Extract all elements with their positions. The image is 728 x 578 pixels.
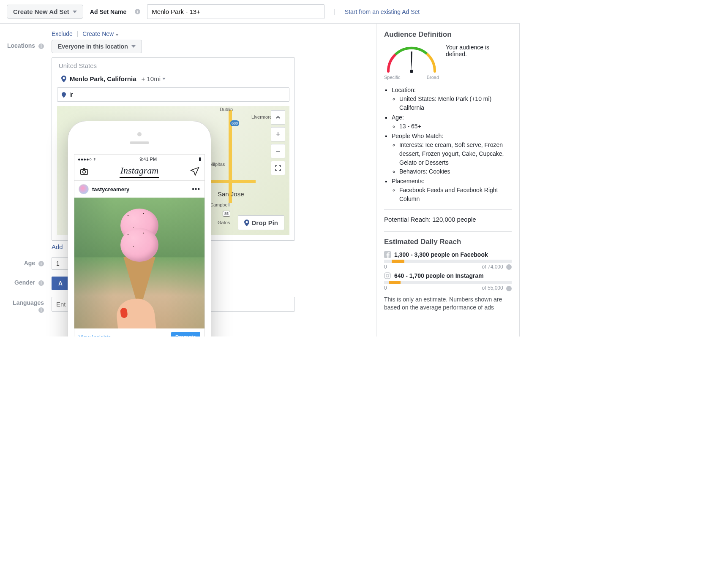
locations-label: Locations xyxy=(7,42,35,49)
more-options-icon[interactable]: ••• xyxy=(192,185,200,193)
age-label: Age xyxy=(24,260,35,266)
audience-definition-title: Audience Definition xyxy=(384,30,512,39)
avatar[interactable] xyxy=(79,184,89,194)
view-insights-link[interactable]: View Insights xyxy=(79,334,111,336)
chevron-down-icon xyxy=(73,11,77,13)
location-scope-dropdown[interactable]: Everyone in this location xyxy=(52,40,142,53)
exclude-link[interactable]: Exclude xyxy=(52,30,73,37)
location-radius-dropdown[interactable]: + 10mi xyxy=(142,75,166,82)
map-pin-icon xyxy=(62,92,66,98)
info-icon[interactable]: i xyxy=(38,43,44,49)
map-pan-up-button[interactable] xyxy=(271,110,285,125)
audience-gauge xyxy=(384,44,439,74)
info-icon[interactable]: i xyxy=(38,261,44,266)
info-icon[interactable]: i xyxy=(38,280,44,286)
daily-reach-title: Estimated Daily Reach xyxy=(384,238,512,246)
info-icon[interactable]: i xyxy=(506,264,512,270)
potential-reach: Potential Reach: 120,000 people xyxy=(384,216,512,223)
location-search-input[interactable]: Ir xyxy=(57,87,289,102)
svg-point-3 xyxy=(386,274,389,277)
gender-all-button[interactable]: A xyxy=(52,277,69,290)
map-zoom-out-button[interactable]: − xyxy=(271,144,285,158)
add-locations-link[interactable]: Add xyxy=(52,243,63,250)
create-ad-set-dropdown[interactable]: Create New Ad Set xyxy=(7,5,83,19)
instagram-reach: 640 - 1,700 people on Instagram 0of 55,0… xyxy=(384,272,512,291)
ad-set-name-label: Ad Set Name xyxy=(90,8,126,15)
location-country: United States xyxy=(52,58,294,73)
chevron-down-icon xyxy=(131,45,136,48)
info-icon[interactable]: i xyxy=(38,307,44,313)
camera-icon[interactable] xyxy=(79,167,89,176)
instagram-logo: Instagram xyxy=(120,165,159,178)
audience-details: Location: United States: Menlo Park (+10… xyxy=(384,86,512,204)
map-pin-icon xyxy=(244,220,249,226)
chevron-down-icon xyxy=(115,34,119,36)
svg-point-6 xyxy=(83,171,85,173)
create-new-link[interactable]: Create New xyxy=(82,30,119,37)
map-pin-icon xyxy=(61,76,66,82)
facebook-icon xyxy=(384,251,391,258)
gender-label: Gender xyxy=(14,279,35,286)
info-icon[interactable]: i xyxy=(135,9,140,14)
map-zoom-in-button[interactable]: + xyxy=(271,127,285,141)
drop-pin-button[interactable]: Drop Pin xyxy=(238,215,285,230)
reach-disclaimer: This is only an estimate. Numbers shown … xyxy=(384,296,512,312)
post-username[interactable]: tastycreamery xyxy=(92,186,129,193)
post-image[interactable] xyxy=(74,198,204,328)
gauge-broad-label: Broad xyxy=(427,75,439,80)
chevron-down-icon xyxy=(162,78,166,80)
gauge-specific-label: Specific xyxy=(384,75,401,80)
instagram-phone-mockup: ●●●●○ ᯤ 9:41 PM ▮ Instagram tastycreamer… xyxy=(68,121,211,336)
audience-status: Your audience is defined. xyxy=(446,44,512,57)
facebook-reach: 1,300 - 3,300 people on Facebook 0of 74,… xyxy=(384,251,512,270)
map-fullscreen-button[interactable] xyxy=(271,161,285,175)
create-ad-set-label: Create New Ad Set xyxy=(13,8,69,15)
languages-label: Languages xyxy=(13,299,44,306)
ad-set-name-input[interactable] xyxy=(147,4,324,19)
svg-rect-2 xyxy=(384,273,390,279)
info-icon[interactable]: i xyxy=(506,286,512,291)
phone-status-bar: ●●●●○ ᯤ 9:41 PM ▮ xyxy=(74,155,204,163)
svg-point-4 xyxy=(389,274,390,274)
svg-point-0 xyxy=(410,70,413,73)
instagram-icon xyxy=(384,272,391,279)
start-from-existing-link[interactable]: Start from an existing Ad Set xyxy=(345,8,420,15)
send-icon[interactable] xyxy=(190,167,199,176)
promote-button[interactable]: Promote xyxy=(171,332,200,336)
location-place-row[interactable]: Menlo Park, California + 10mi xyxy=(52,73,294,87)
